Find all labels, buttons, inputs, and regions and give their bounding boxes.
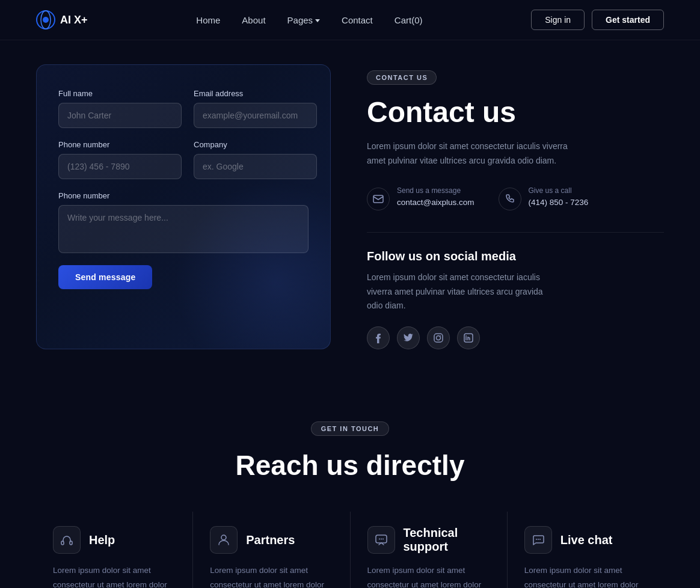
contact-description: Lorem ipsum dolor sit amet consectetur i…: [367, 139, 571, 168]
svg-point-13: [379, 539, 380, 540]
nav-home[interactable]: Home: [196, 15, 220, 25]
headphones-icon: [60, 533, 73, 547]
live-chat-header: Live chat: [524, 526, 647, 554]
chat-icon: [375, 533, 388, 547]
social-icons: [367, 326, 664, 349]
svg-point-11: [221, 535, 226, 540]
company-group: Company: [194, 140, 317, 179]
nav-actions: Sign in Get started: [531, 10, 664, 30]
contact-info: CONTACT US Contact us Lorem ipsum dolor …: [367, 64, 664, 349]
svg-point-16: [536, 539, 537, 540]
twitter-button[interactable]: [397, 326, 420, 349]
svg-point-17: [538, 539, 539, 540]
main-section: Full name Email address Phone number Com…: [0, 40, 700, 385]
nav-pages[interactable]: Pages: [287, 15, 321, 25]
contact-badge: CONTACT US: [367, 70, 437, 85]
technical-support-title: Technical support: [404, 526, 490, 554]
envelope-icon: [373, 195, 384, 203]
email-input[interactable]: [194, 103, 317, 128]
svg-rect-10: [70, 541, 72, 545]
contact-phone-method: Give us a call (414) 850 - 7236: [499, 186, 589, 210]
chevron-down-icon: [315, 19, 320, 22]
full-name-label: Full name: [58, 89, 182, 98]
live-chat-card: Live chat Lorem ipsum dolor sit amet con…: [507, 512, 664, 588]
linkedin-button[interactable]: [457, 326, 480, 349]
divider: [367, 232, 664, 233]
contact-form-card: Full name Email address Phone number Com…: [36, 64, 331, 349]
full-name-group: Full name: [58, 89, 182, 128]
person-icon: [217, 533, 230, 547]
message-group: Phone number: [58, 191, 309, 253]
phone-method-text: Give us a call (414) 850 - 7236: [529, 186, 589, 207]
company-input[interactable]: [194, 154, 317, 179]
technical-support-icon: [367, 526, 395, 554]
email-method-label: Send us a message: [397, 186, 474, 195]
nav-pages-label: Pages: [287, 15, 313, 25]
partners-icon: [210, 526, 238, 554]
logo[interactable]: AI X+: [36, 10, 88, 29]
help-card-title: Help: [89, 533, 115, 547]
svg-point-18: [539, 539, 541, 540]
sign-in-button[interactable]: Sign in: [531, 10, 585, 30]
contact-title: Contact us: [367, 96, 664, 129]
phone-method-icon: [499, 188, 521, 210]
technical-support-desc: Lorem ipsum dolor sit amet consectetur u…: [367, 563, 490, 588]
logo-text: AI X+: [60, 14, 88, 26]
svg-rect-9: [61, 541, 64, 545]
twitter-icon: [404, 334, 413, 342]
nav-links: Home About Pages Contact Cart(0): [196, 15, 422, 25]
svg-point-6: [440, 335, 441, 337]
help-icon: [53, 526, 81, 554]
facebook-button[interactable]: [367, 326, 390, 349]
nav-about[interactable]: About: [242, 15, 265, 25]
email-method-icon: [367, 188, 390, 210]
email-group: Email address: [194, 89, 317, 128]
full-name-input[interactable]: [58, 103, 182, 128]
lower-title: Reach us directly: [36, 449, 664, 482]
partners-card-header: Partners: [210, 526, 333, 554]
live-chat-title: Live chat: [560, 533, 613, 547]
live-chat-desc: Lorem ipsum dolor sit amet consectetur u…: [524, 563, 647, 588]
svg-rect-3: [373, 195, 383, 203]
svg-point-5: [437, 336, 441, 340]
svg-point-8: [466, 335, 467, 336]
instagram-button[interactable]: [427, 326, 450, 349]
svg-point-15: [382, 539, 384, 540]
svg-point-2: [43, 17, 49, 23]
phone-method-value: (414) 850 - 7236: [529, 198, 589, 207]
navbar: AI X+ Home About Pages Contact Cart(0) S…: [0, 0, 700, 40]
phone-label: Phone number: [58, 140, 182, 149]
technical-support-header: Technical support: [367, 526, 490, 554]
contact-methods: Send us a message contact@aixplus.com Gi…: [367, 186, 664, 210]
form-middle-row: Phone number Company: [58, 140, 309, 179]
technical-support-card: Technical support Lorem ipsum dolor sit …: [350, 512, 507, 588]
facebook-icon: [375, 332, 381, 343]
phone-group: Phone number: [58, 140, 182, 179]
lower-section: GET IN TOUCH Reach us directly Help Lore…: [0, 385, 700, 588]
linkedin-icon: [464, 333, 473, 343]
nav-contact[interactable]: Contact: [342, 15, 373, 25]
help-card-header: Help: [53, 526, 176, 554]
partners-card-title: Partners: [246, 533, 295, 547]
chat-bubble-icon: [532, 533, 545, 547]
get-in-touch-badge: GET IN TOUCH: [311, 421, 390, 436]
svg-rect-4: [434, 334, 443, 342]
social-description: Lorem ipsum dolor sit amet consectetur i…: [367, 271, 559, 313]
get-started-button[interactable]: Get started: [592, 10, 664, 30]
social-title: Follow us on social media: [367, 250, 664, 263]
instagram-icon: [434, 333, 443, 343]
form-top-row: Full name Email address: [58, 89, 309, 128]
cards-row: Help Lorem ipsum dolor sit amet consecte…: [36, 512, 664, 588]
phone-input[interactable]: [58, 154, 182, 179]
message-label: Phone number: [58, 191, 309, 200]
email-method-text: Send us a message contact@aixplus.com: [397, 186, 474, 207]
message-textarea[interactable]: [58, 205, 309, 253]
email-label: Email address: [194, 89, 317, 98]
email-method-value: contact@aixplus.com: [397, 198, 474, 207]
help-card-desc: Lorem ipsum dolor sit amet consectetur u…: [53, 563, 176, 588]
svg-point-14: [381, 539, 382, 540]
nav-cart[interactable]: Cart(0): [395, 15, 423, 25]
send-message-button[interactable]: Send message: [58, 265, 152, 289]
partners-card: Partners Lorem ipsum dolor sit amet cons…: [192, 512, 349, 588]
contact-email-method: Send us a message contact@aixplus.com: [367, 186, 474, 210]
